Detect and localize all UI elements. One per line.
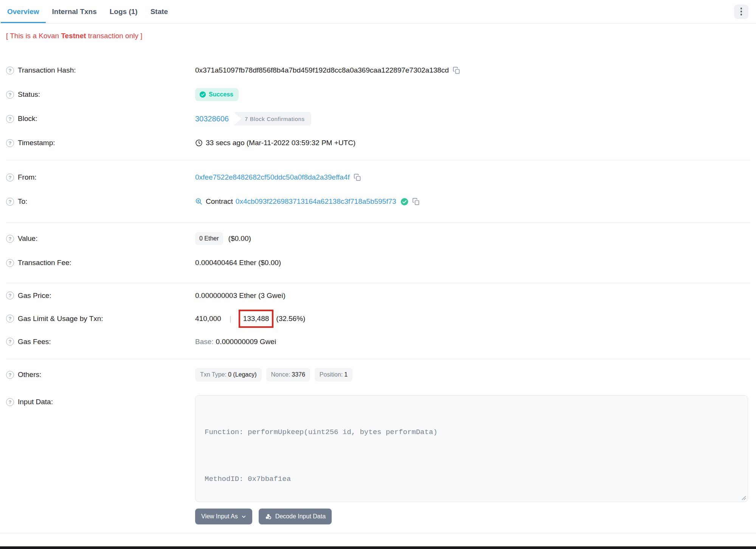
gas-price-row: ? Gas Price: 0.000000003 Ether (3 Gwei) <box>6 284 750 307</box>
value-amount-pill: 0 Ether <box>195 232 223 245</box>
value-usd: ($0.00) <box>228 234 251 243</box>
from-row: ? From: 0xfee7522e8482682cf50ddc50a0f8da… <box>6 165 750 189</box>
input-methodid-line: MethodID: 0x7bbaf1ea <box>205 473 739 485</box>
decode-icon <box>265 513 272 520</box>
input-data-label: ? Input Data: <box>6 395 195 406</box>
help-icon[interactable]: ? <box>6 371 14 379</box>
row-label-text: Transaction Hash: <box>18 66 76 74</box>
status-badge: Success <box>195 88 239 101</box>
section-end-divider <box>0 533 756 533</box>
divider <box>6 283 750 283</box>
help-icon[interactable]: ? <box>6 338 14 346</box>
value-label: ? Value: <box>6 234 195 243</box>
to-label: ? To: <box>6 197 195 206</box>
testnet-notice-bold: Testnet <box>61 32 86 40</box>
contract-word: Contract <box>206 197 233 206</box>
tab-state[interactable]: State <box>144 1 174 23</box>
help-icon[interactable]: ? <box>6 198 14 206</box>
copy-hash-button[interactable] <box>453 67 460 74</box>
tab-list: Overview Internal Txns Logs (1) State <box>1 0 174 23</box>
kebab-menu-button[interactable] <box>734 5 748 19</box>
gas-fees-row: ? Gas Fees: Base: 0.000000009 Gwei <box>6 330 750 353</box>
from-address-link[interactable]: 0xfee7522e8482682cf50ddc50a0f8da2a39effa… <box>195 173 350 181</box>
input-function-line: Function: performUpkeep(uint256 id, byte… <box>205 426 739 438</box>
view-input-as-button[interactable]: View Input As <box>195 509 252 524</box>
block-confirmations-badge: 7 Block Confirmations <box>233 112 312 126</box>
input-data-box[interactable]: Function: performUpkeep(uint256 id, byte… <box>195 395 748 502</box>
timestamp-row: ? Timestamp: 33 secs ago (Mar-11-2022 03… <box>6 131 750 155</box>
testnet-notice-prefix: [ This is a Kovan <box>6 32 61 40</box>
decode-input-data-button[interactable]: Decode Input Data <box>259 509 332 524</box>
copy-icon <box>354 174 361 181</box>
help-icon[interactable]: ? <box>6 67 14 74</box>
row-label-text: Others: <box>18 371 41 379</box>
tab-internal-txns[interactable]: Internal Txns <box>46 1 103 23</box>
to-contract-address-link[interactable]: 0x4cb093f226983713164a62138c3f718a5b595f… <box>236 197 396 206</box>
row-label-text: Value: <box>18 234 37 243</box>
help-icon[interactable]: ? <box>6 174 14 181</box>
help-icon[interactable]: ? <box>6 235 14 243</box>
verified-check-icon <box>401 198 408 206</box>
gas-price-label: ? Gas Price: <box>6 292 195 300</box>
badge-value: 0 (Legacy) <box>228 371 257 378</box>
block-row: ? Block: 30328606 7 Block Confirmations <box>6 107 750 131</box>
badge-value: 1 <box>344 371 348 378</box>
gas-limit-value: 410,000 <box>195 315 221 323</box>
copy-icon <box>412 198 420 205</box>
gas-price-value: 0.000000003 Ether (3 Gwei) <box>195 292 286 300</box>
position-badge: Position:1 <box>315 368 352 382</box>
badge-key: Txn Type: <box>200 371 227 378</box>
badge-key: Nonce: <box>271 371 290 378</box>
row-label-text: Status: <box>18 90 40 99</box>
others-row: ? Others: Txn Type:0 (Legacy) Nonce:3376… <box>6 363 750 387</box>
others-label: ? Others: <box>6 371 195 379</box>
tab-overview[interactable]: Overview <box>1 1 46 23</box>
testnet-notice-suffix: transaction only ] <box>86 32 143 40</box>
block-number-link[interactable]: 30328606 <box>195 115 229 123</box>
badge-value: 3376 <box>292 371 305 378</box>
transaction-fee-value: 0.000400464 Ether ($0.00) <box>195 259 281 267</box>
gas-limit-label: ? Gas Limit & Usage by Txn: <box>6 315 195 323</box>
help-icon[interactable]: ? <box>6 259 14 267</box>
gas-limit-row: ? Gas Limit & Usage by Txn: 410,000 | 13… <box>6 307 750 330</box>
gas-used-value: 133,488 <box>243 315 269 323</box>
zoom-in-icon[interactable] <box>195 198 203 205</box>
help-icon[interactable]: ? <box>6 115 14 123</box>
from-label: ? From: <box>6 173 195 181</box>
to-row: ? To: Contract 0x4cb093f226983713164a621… <box>6 189 750 214</box>
timestamp-label: ? Timestamp: <box>6 139 195 147</box>
gas-fees-base-value: 0.000000009 Gwei <box>216 338 276 346</box>
testnet-notice: [ This is a Kovan Testnet transaction on… <box>6 32 750 40</box>
tab-logs[interactable]: Logs (1) <box>103 1 144 23</box>
status-badge-text: Success <box>209 91 233 98</box>
row-label-text: Gas Fees: <box>18 338 51 346</box>
row-label-text: Gas Limit & Usage by Txn: <box>18 315 103 323</box>
input-data-actions: View Input As Decode Input Data <box>6 509 750 524</box>
help-icon[interactable]: ? <box>6 315 14 323</box>
row-label-text: Transaction Fee: <box>18 259 71 267</box>
help-icon[interactable]: ? <box>6 398 14 406</box>
help-icon[interactable]: ? <box>6 139 14 147</box>
transaction-hash-row: ? Transaction Hash: 0x371a51097fb78df856… <box>6 58 750 82</box>
row-label-text: Gas Price: <box>18 292 51 300</box>
row-label-text: To: <box>18 197 27 206</box>
transaction-hash-label: ? Transaction Hash: <box>6 66 195 74</box>
copy-icon <box>453 67 460 74</box>
help-icon[interactable]: ? <box>6 292 14 299</box>
transaction-fee-row: ? Transaction Fee: 0.000400464 Ether ($0… <box>6 251 750 275</box>
copy-to-address-button[interactable] <box>412 198 420 205</box>
gas-fees-base-label: Base: <box>195 338 214 346</box>
status-row: ? Status: Success <box>6 82 750 107</box>
resize-grip-icon[interactable] <box>740 495 746 500</box>
copy-from-address-button[interactable] <box>354 174 361 181</box>
row-label-text: Block: <box>18 115 37 123</box>
value-row: ? Value: 0 Ether ($0.00) <box>6 226 750 251</box>
annotation-highlight-box: 133,488 <box>239 310 274 328</box>
timestamp-value: 33 secs ago (Mar-11-2022 03:59:32 PM +UT… <box>206 139 355 147</box>
badge-key: Position: <box>320 371 343 378</box>
txn-type-badge: Txn Type:0 (Legacy) <box>195 368 262 382</box>
transaction-hash-value: 0x371a51097fb78df856f8b4a7bd459f192d8cc8… <box>195 66 449 74</box>
decode-label: Decode Input Data <box>275 513 326 520</box>
transaction-fee-label: ? Transaction Fee: <box>6 259 195 267</box>
help-icon[interactable]: ? <box>6 91 14 99</box>
